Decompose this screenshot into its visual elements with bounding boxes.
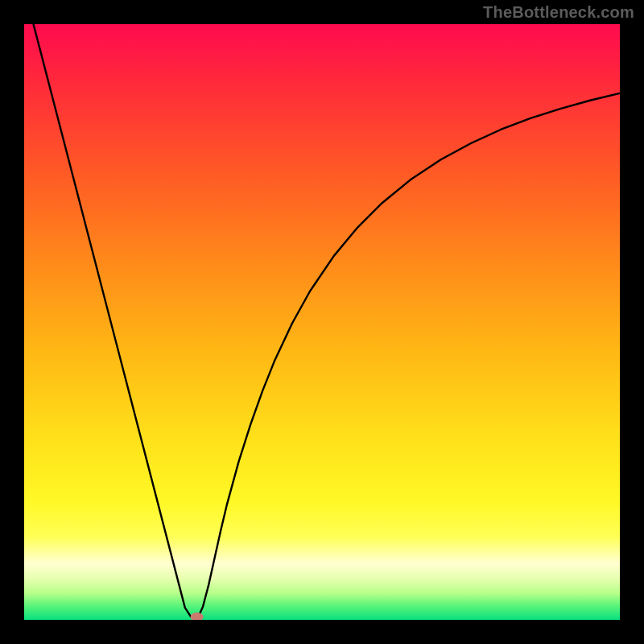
- watermark-text: TheBottleneck.com: [483, 3, 634, 22]
- gradient-background: [24, 24, 620, 620]
- chart-frame: TheBottleneck.com: [0, 0, 644, 644]
- plot-area: [24, 24, 620, 620]
- bottleneck-chart: [24, 24, 620, 620]
